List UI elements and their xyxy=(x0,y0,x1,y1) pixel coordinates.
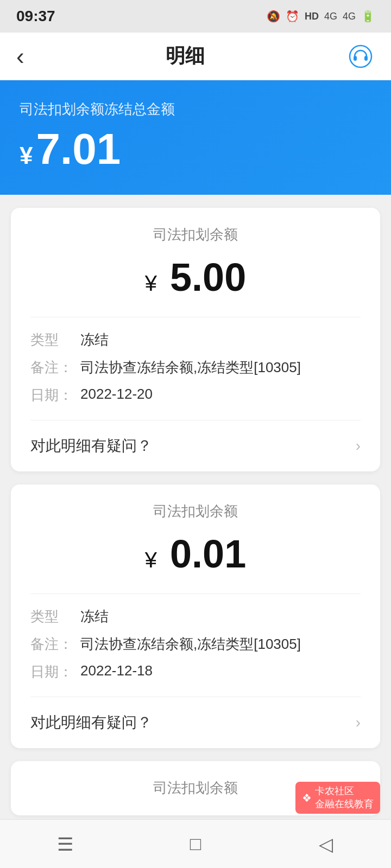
field-value-type-1: 冻结 xyxy=(80,330,361,349)
status-bar: 09:37 🔕 ⏰ HD 4G 4G 🔋 xyxy=(0,0,391,33)
alarm-icon: ⏰ xyxy=(286,10,299,23)
field-label-date-2: 日期： xyxy=(30,662,74,681)
field-row-date-1: 日期： 2022-12-20 xyxy=(30,386,361,405)
watermark-text: 卡农社区 金融在线教育 xyxy=(315,785,374,810)
card-section-title-1: 司法扣划余额 xyxy=(30,225,361,244)
watermark-icon: ❖ xyxy=(302,792,312,805)
menu-icon: ☰ xyxy=(57,833,73,855)
card-fields-2: 类型 冻结 备注： 司法协查冻结余额,冻结类型[10305] 日期： 2022-… xyxy=(30,593,361,681)
watermark: ❖ 卡农社区 金融在线教育 xyxy=(295,782,380,814)
card-currency-1: ¥ xyxy=(145,271,157,295)
card-currency-2: ¥ xyxy=(145,548,157,572)
chevron-right-icon-2: › xyxy=(356,714,361,731)
content-area: 司法扣划余额 ¥ 5.00 类型 冻结 备注： 司法协查冻结余额,冻结类型[10… xyxy=(0,195,391,868)
support-button[interactable] xyxy=(346,42,375,71)
status-icons: 🔕 ⏰ HD 4G 4G 🔋 xyxy=(267,10,375,23)
card-footer-text-1: 对此明细有疑问？ xyxy=(30,436,152,456)
card-amount-value-2: 0.01 xyxy=(170,532,246,576)
blue-banner: 司法扣划余额冻结总金额 ¥7.01 xyxy=(0,80,391,195)
field-label-note-2: 备注： xyxy=(30,635,74,654)
card-amount-1: ¥ 5.00 xyxy=(30,255,361,299)
card-footer-2[interactable]: 对此明细有疑问？ › xyxy=(11,697,380,748)
svg-rect-2 xyxy=(364,56,368,61)
svg-point-0 xyxy=(350,46,371,67)
card-main-1: 司法扣划余额 ¥ 5.00 类型 冻结 备注： 司法协查冻结余额,冻结类型[10… xyxy=(11,208,380,420)
field-value-note-1: 司法协查冻结余额,冻结类型[10305] xyxy=(80,358,361,377)
bottom-nav-back[interactable]: ◁ xyxy=(261,833,391,855)
field-row-type-2: 类型 冻结 xyxy=(30,607,361,626)
field-value-type-2: 冻结 xyxy=(80,607,361,626)
banner-amount: ¥7.01 xyxy=(20,127,371,171)
card-main-2: 司法扣划余额 ¥ 0.01 类型 冻结 备注： 司法协查冻结余额,冻结类型[10… xyxy=(11,484,380,697)
battery-icon: 🔋 xyxy=(361,10,375,23)
chevron-right-icon-1: › xyxy=(356,437,361,455)
transaction-card-1: 司法扣划余额 ¥ 5.00 类型 冻结 备注： 司法协查冻结余额,冻结类型[10… xyxy=(11,208,380,471)
field-label-type-2: 类型 xyxy=(30,607,74,626)
headset-icon xyxy=(349,44,373,68)
banner-subtitle: 司法扣划余额冻结总金额 xyxy=(20,100,371,119)
card-footer-text-2: 对此明细有疑问？ xyxy=(30,712,152,733)
field-value-date-2: 2022-12-18 xyxy=(80,662,361,679)
bottom-nav: ☰ □ ◁ xyxy=(0,819,391,868)
watermark-line2: 金融在线教育 xyxy=(315,798,374,810)
svg-rect-1 xyxy=(354,56,357,61)
banner-amount-value: 7.01 xyxy=(36,125,121,173)
field-value-date-1: 2022-12-20 xyxy=(80,386,361,403)
bottom-nav-home[interactable]: □ xyxy=(130,833,261,854)
card-fields-1: 类型 冻结 备注： 司法协查冻结余额,冻结类型[10305] 日期： 2022-… xyxy=(30,317,361,405)
field-label-note-1: 备注： xyxy=(30,358,74,377)
card-section-title-2: 司法扣划余额 xyxy=(30,502,361,521)
field-row-type-1: 类型 冻结 xyxy=(30,330,361,349)
signal-icon2: 4G xyxy=(343,11,356,22)
banner-currency: ¥ xyxy=(20,142,33,169)
transaction-card-2: 司法扣划余额 ¥ 0.01 类型 冻结 备注： 司法协查冻结余额,冻结类型[10… xyxy=(11,484,380,748)
bottom-nav-menu[interactable]: ☰ xyxy=(0,833,130,855)
card-footer-1[interactable]: 对此明细有疑问？ › xyxy=(11,420,380,471)
card-amount-2: ¥ 0.01 xyxy=(30,532,361,576)
nav-bar: ‹ 明细 xyxy=(0,33,391,80)
back-icon: ◁ xyxy=(319,833,333,855)
field-value-note-2: 司法协查冻结余额,冻结类型[10305] xyxy=(80,635,361,654)
page-title: 明细 xyxy=(166,43,205,69)
card-amount-value-1: 5.00 xyxy=(170,256,246,299)
mute-icon: 🔕 xyxy=(267,10,280,23)
field-row-date-2: 日期： 2022-12-18 xyxy=(30,662,361,681)
watermark-line1: 卡农社区 xyxy=(315,785,374,797)
signal-icon: 4G xyxy=(324,11,337,22)
home-icon: □ xyxy=(190,833,201,854)
status-time: 09:37 xyxy=(16,8,55,25)
field-label-date-1: 日期： xyxy=(30,386,74,405)
back-button[interactable]: ‹ xyxy=(16,43,24,70)
field-row-note-1: 备注： 司法协查冻结余额,冻结类型[10305] xyxy=(30,358,361,377)
field-label-type-1: 类型 xyxy=(30,330,74,349)
field-row-note-2: 备注： 司法协查冻结余额,冻结类型[10305] xyxy=(30,635,361,654)
hd-label: HD xyxy=(305,11,319,22)
